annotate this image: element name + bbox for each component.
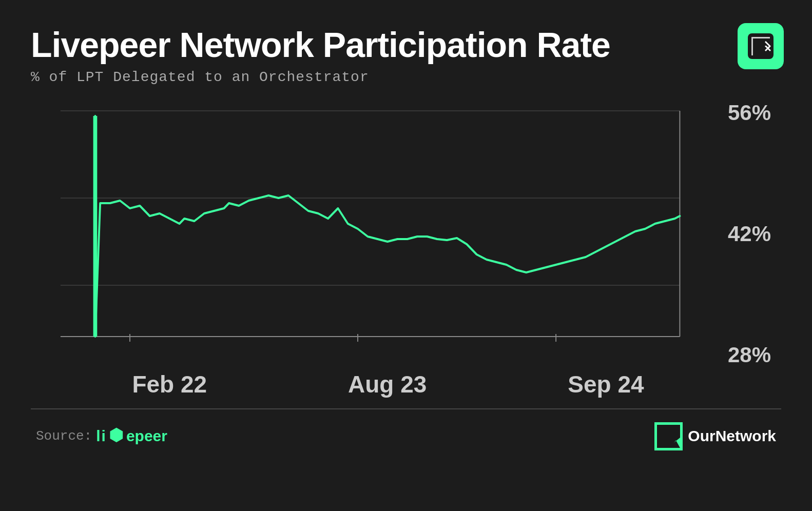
chart-svg-container: [31, 101, 714, 367]
footer: Source: li ⬢ epeer OurNetwork: [31, 422, 781, 450]
y-axis-labels: 56% 42% 28%: [728, 101, 771, 398]
ournetwork-text: OurNetwork: [688, 427, 776, 445]
livepeer-dot1: ⬢: [109, 427, 124, 445]
ournetwork-logo: OurNetwork: [654, 422, 776, 450]
source-attribution: Source: li ⬢ epeer: [36, 427, 167, 445]
livepeer-logo-icon: [738, 23, 784, 69]
y-label-28: 28%: [728, 343, 771, 367]
x-label-aug23: Aug 23: [348, 370, 427, 398]
footer-divider: [31, 408, 781, 409]
y-label-56: 56%: [728, 101, 771, 125]
x-axis-labels: Feb 22 Aug 23 Sep 24: [31, 370, 714, 398]
livepeer-footer-logo: li ⬢ epeer: [96, 427, 167, 445]
x-label-sep24: Sep 24: [568, 370, 644, 398]
main-container: Livepeer Network Participation Rate % of…: [0, 0, 812, 511]
livepeer-name: li: [96, 427, 107, 445]
y-label-42: 42%: [728, 222, 771, 246]
livepeer-name2: epeer: [126, 427, 167, 445]
chart-subtitle: % of LPT Delegated to an Orchestrator: [31, 69, 781, 85]
chart-area: 56% 42% 28% Feb 22 Aug 23 Sep 24: [31, 101, 781, 398]
x-label-feb22: Feb 22: [132, 370, 207, 398]
chart-title: Livepeer Network Participation Rate: [31, 26, 781, 64]
ournetwork-icon: [654, 422, 683, 450]
source-label: Source:: [36, 428, 92, 444]
